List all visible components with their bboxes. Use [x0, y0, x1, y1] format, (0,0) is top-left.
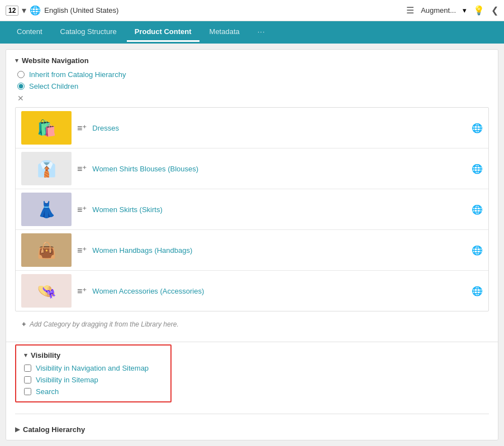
drag-handle-icon: ≡⁺: [77, 286, 87, 296]
category-name-dresses[interactable]: Dresses: [92, 124, 466, 132]
category-name-shirts[interactable]: Women Shirts Blouses (Blouses): [92, 165, 466, 173]
category-name-accessories[interactable]: Women Accessories (Accessories): [92, 287, 466, 295]
augment-label[interactable]: Augment...: [421, 6, 456, 15]
close-icon[interactable]: ✕: [17, 94, 489, 103]
radio-select-children-input[interactable]: [17, 83, 25, 90]
language-label: English (United States): [44, 6, 118, 15]
divider: [6, 342, 498, 342]
back-icon[interactable]: ❮: [491, 5, 498, 16]
website-navigation-section: ▾ Website Navigation Inherit from Catalo…: [6, 50, 498, 339]
list-item: 🛍️ ≡⁺ Dresses 🌐: [16, 108, 488, 148]
list-item: 👗 ≡⁺ Women Skirts (Skirts) 🌐: [16, 189, 488, 230]
radio-group: Inherit from Catalog Hierarchy Select Ch…: [15, 70, 489, 90]
checkbox-sitemap-input[interactable]: [24, 376, 31, 383]
checkbox-nav-sitemap-label: Visibility in Navigation and Sitemap: [36, 364, 149, 372]
globe-icon-shirts[interactable]: 🌐: [472, 164, 483, 174]
globe-icon-accessories[interactable]: 🌐: [472, 286, 483, 296]
globe-icon-dresses[interactable]: 🌐: [472, 123, 483, 133]
category-list: 🛍️ ≡⁺ Dresses 🌐 👔 ≡⁺ Women Shirts Blouse…: [15, 107, 489, 311]
category-thumbnail-shirts: 👔: [21, 152, 72, 185]
globe-icon-handbags[interactable]: 🌐: [472, 245, 483, 256]
checkbox-search-input[interactable]: [24, 388, 31, 395]
tab-catalog-structure[interactable]: Catalog Structure: [53, 23, 125, 42]
add-category-label: Add Category by dragging it from the Lib…: [30, 320, 179, 328]
visibility-section: ▾ Visibility Visibility in Navigation an…: [15, 344, 172, 402]
checkbox-nav-sitemap[interactable]: Visibility in Navigation and Sitemap: [24, 364, 163, 372]
category-thumbnail-skirts: 👗: [21, 193, 72, 226]
list-item: 👜 ≡⁺ Women Handbags (Handbags) 🌐: [16, 230, 488, 271]
nav-tabs: Content Catalog Structure Product Conten…: [0, 21, 504, 44]
radio-inherit[interactable]: Inherit from Catalog Hierarchy: [17, 70, 489, 79]
radio-select-children-label: Select Children: [29, 82, 78, 90]
page-number: 12: [6, 6, 18, 16]
radio-inherit-label: Inherit from Catalog Hierarchy: [29, 70, 126, 79]
website-navigation-header: ▾ Website Navigation: [15, 56, 489, 65]
checkbox-search[interactable]: Search: [24, 387, 163, 396]
tab-content[interactable]: Content: [9, 23, 50, 42]
visibility-checkbox-group: Visibility in Navigation and Sitemap Vis…: [24, 364, 163, 396]
augment-chevron-icon[interactable]: ▾: [463, 6, 467, 15]
visibility-title: Visibility: [31, 351, 60, 359]
visibility-chevron-icon[interactable]: ▾: [24, 352, 27, 359]
globe-icon-skirts[interactable]: 🌐: [472, 204, 483, 215]
main-content: ▾ Website Navigation Inherit from Catalo…: [6, 49, 498, 440]
category-name-skirts[interactable]: Women Skirts (Skirts): [92, 205, 466, 214]
tab-metadata[interactable]: Metadata: [202, 23, 248, 42]
radio-select-children[interactable]: Select Children: [17, 82, 489, 90]
top-bar-left: 12 ▾ 🌐 English (United States): [6, 5, 118, 16]
catalog-hierarchy-label: Catalog Hierarchy: [23, 425, 85, 434]
category-thumbnail-handbags: 👜: [21, 233, 72, 267]
divider-bottom: [15, 414, 489, 414]
checkbox-sitemap[interactable]: Visibility in Sitemap: [24, 376, 163, 384]
checkbox-nav-sitemap-input[interactable]: [24, 365, 31, 372]
list-item: 👔 ≡⁺ Women Shirts Blouses (Blouses) 🌐: [16, 148, 488, 189]
lightbulb-icon[interactable]: 💡: [473, 5, 484, 16]
visibility-header: ▾ Visibility: [24, 351, 163, 359]
checkbox-search-label: Search: [36, 387, 59, 396]
catalog-hierarchy-expand-icon[interactable]: ▶: [15, 426, 20, 433]
drag-handle-icon: ≡⁺: [77, 204, 87, 215]
category-thumbnail-accessories: 👒: [21, 274, 72, 308]
top-bar-right: ☰ Augment... ▾ 💡 ❮: [406, 5, 498, 16]
globe-icon: 🌐: [30, 5, 41, 16]
drag-handle-icon: ≡⁺: [77, 123, 87, 133]
top-bar: 12 ▾ 🌐 English (United States) ☰ Augment…: [0, 0, 504, 21]
list-item: 👒 ≡⁺ Women Accessories (Accessories) 🌐: [16, 271, 488, 311]
add-icon: +: [22, 320, 26, 328]
tab-more[interactable]: ···: [250, 23, 273, 42]
category-name-handbags[interactable]: Women Handbags (Handbags): [92, 246, 466, 255]
category-thumbnail-dresses: 🛍️: [21, 111, 72, 145]
catalog-hierarchy-section[interactable]: ▶ Catalog Hierarchy: [6, 419, 498, 440]
checkbox-sitemap-label: Visibility in Sitemap: [36, 376, 98, 384]
tab-product-content[interactable]: Product Content: [127, 23, 199, 42]
website-nav-chevron-icon[interactable]: ▾: [15, 57, 18, 64]
add-category-prompt[interactable]: + Add Category by dragging it from the L…: [15, 316, 489, 333]
chevron-down-icon[interactable]: ▾: [22, 5, 26, 16]
website-navigation-title: Website Navigation: [22, 56, 89, 65]
drag-handle-icon: ≡⁺: [77, 245, 87, 256]
radio-inherit-input[interactable]: [17, 71, 25, 78]
drag-handle-icon: ≡⁺: [77, 164, 87, 174]
menu-icon: ☰: [406, 5, 414, 16]
